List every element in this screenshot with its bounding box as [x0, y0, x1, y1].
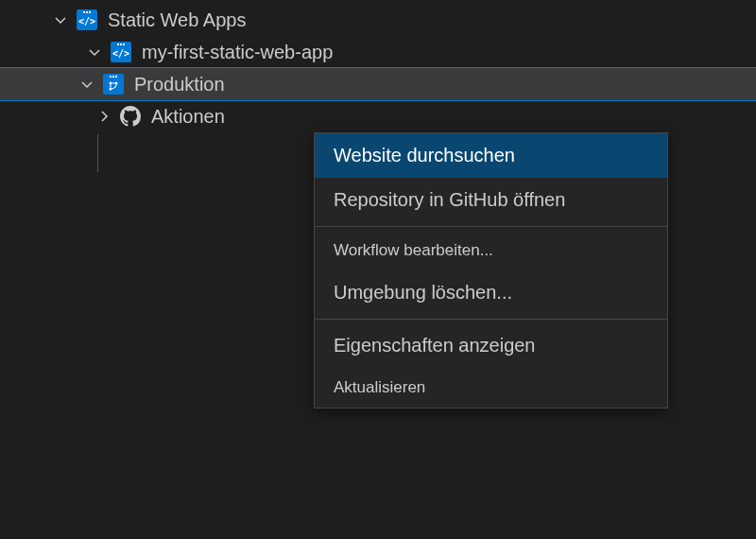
menu-item-open-github[interactable]: Repository in GitHub öffnen — [315, 178, 667, 222]
menu-item-label: Umgebung löschen... — [334, 282, 512, 303]
context-menu: Website durchsuchen Repository in GitHub… — [314, 132, 668, 409]
menu-item-label: Workflow bearbeiten... — [334, 241, 493, 259]
svg-point-1 — [110, 87, 112, 90]
chevron-down-icon — [77, 75, 96, 94]
menu-separator — [315, 226, 667, 227]
tree-item-label: Produktion — [134, 74, 225, 96]
menu-item-edit-workflow[interactable]: Workflow bearbeiten... — [315, 231, 667, 270]
github-icon — [119, 105, 142, 128]
menu-separator — [315, 319, 667, 320]
menu-item-label: Aktualisieren — [334, 378, 425, 396]
chevron-down-icon — [85, 43, 104, 61]
menu-item-label: Website durchsuchen — [334, 145, 515, 165]
tree-guide-line — [97, 134, 98, 172]
tree-item-environment[interactable]: Produktion — [0, 68, 756, 100]
menu-item-delete-environment[interactable]: Umgebung löschen... — [315, 270, 667, 315]
menu-item-label: Eigenschaften anzeigen — [334, 335, 536, 356]
menu-item-refresh[interactable]: Aktualisieren — [315, 368, 667, 408]
svg-point-0 — [110, 81, 112, 84]
tree-item-actions[interactable]: Aktionen — [0, 100, 756, 132]
chevron-down-icon — [51, 10, 70, 29]
tree-item-app[interactable]: </> my-first-static-web-app — [0, 36, 756, 68]
menu-item-label: Repository in GitHub öffnen — [334, 189, 565, 210]
tree-item-static-web-apps[interactable]: </> Static Web Apps — [0, 4, 756, 36]
tree-item-label: Aktionen — [151, 106, 225, 128]
tree-item-label: Static Web Apps — [108, 9, 246, 31]
menu-item-show-properties[interactable]: Eigenschaften anzeigen — [315, 323, 667, 368]
menu-item-browse-website[interactable]: Website durchsuchen — [315, 133, 667, 178]
chevron-right-icon — [94, 107, 113, 126]
tree-view: </> Static Web Apps </> my-first-static-… — [0, 0, 756, 132]
static-web-apps-icon: </> — [76, 9, 98, 31]
tree-item-label: my-first-static-web-app — [142, 42, 333, 63]
svg-point-2 — [115, 81, 118, 84]
static-web-app-icon: </> — [110, 41, 132, 63]
environment-icon — [102, 73, 125, 96]
